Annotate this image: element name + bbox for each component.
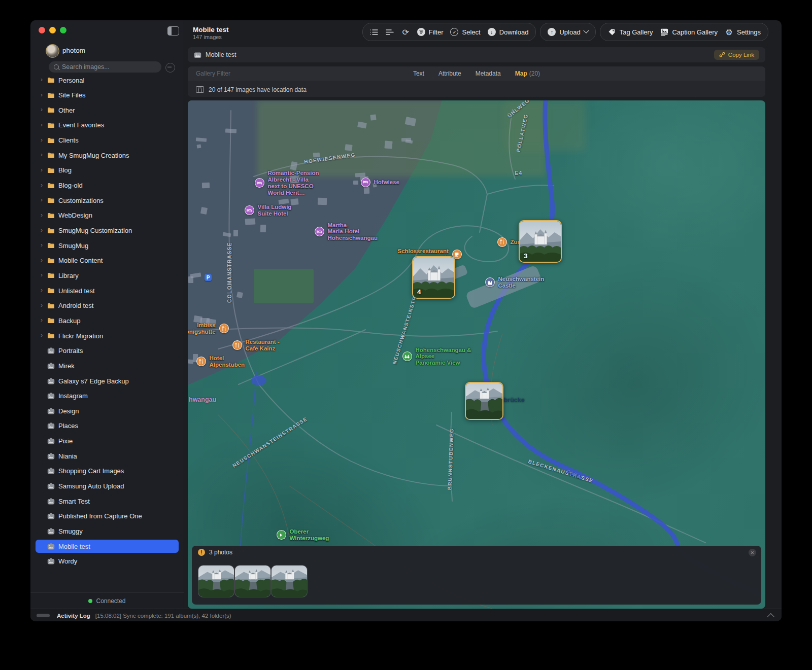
map-view[interactable]: HOFWIESENWEGCOLOMANSTRASSENEUSCHWANSTEIN… <box>188 100 765 609</box>
settings-button[interactable]: ⚙ Settings <box>725 28 761 37</box>
photo-marker[interactable] <box>465 382 503 420</box>
chevron-right-icon[interactable]: › <box>40 136 44 144</box>
drag-handle[interactable] <box>37 614 50 617</box>
chevron-right-icon[interactable]: › <box>40 287 44 294</box>
poi-restaurant-cafe-kainz[interactable]: Restaurant -Cafe Kainz <box>232 339 280 352</box>
chevron-right-icon[interactable]: › <box>40 91 44 98</box>
sidebar-item-site-files[interactable]: ›Site Files <box>36 89 179 102</box>
breadcrumb-gallery-name[interactable]: Mobile test <box>206 51 236 58</box>
parking-icon[interactable]: P <box>205 274 212 281</box>
panel-photo-1[interactable] <box>198 565 234 597</box>
poi-panoramic-view[interactable]: Hohenschwangau &AlpseePanoramic View <box>402 347 471 367</box>
chevron-right-icon[interactable]: › <box>40 257 44 264</box>
search-input[interactable]: Search images... <box>49 61 161 73</box>
chevron-right-icon[interactable]: › <box>40 227 44 234</box>
chevron-right-icon[interactable]: › <box>40 166 44 173</box>
chevron-right-icon[interactable]: › <box>40 182 44 189</box>
sidebar-item-unlisted-test[interactable]: ›Unlisted test <box>36 284 179 297</box>
search-filter-icon[interactable] <box>165 63 175 73</box>
poi-martha-maria-hotel[interactable]: Martha-Maria-HotelHohenschwangau <box>315 222 378 242</box>
download-button[interactable]: ↓ Download <box>488 28 529 36</box>
chevron-right-icon[interactable]: › <box>40 76 44 83</box>
filter-button[interactable]: Filter <box>417 28 444 36</box>
chevron-right-icon[interactable]: › <box>40 241 44 249</box>
sidebar-item-smuggy[interactable]: Smuggy <box>36 525 179 538</box>
panel-photo-2[interactable] <box>234 565 271 597</box>
sidebar-item-smart-test[interactable]: Smart Test <box>36 495 179 508</box>
chevron-right-icon[interactable]: › <box>40 196 44 203</box>
sidebar-item-blog[interactable]: ›Blog <box>36 164 179 177</box>
chevron-right-icon[interactable]: › <box>40 316 44 324</box>
list-view-icon[interactable] <box>386 28 394 37</box>
sidebar-item-instagram[interactable]: Instagram <box>36 390 179 403</box>
folder-icon <box>47 167 55 173</box>
activity-log-label[interactable]: Activity Log <box>57 613 90 619</box>
select-button[interactable]: ✓ Select <box>450 28 480 36</box>
chevron-right-icon[interactable]: › <box>40 121 44 128</box>
chevron-right-icon[interactable]: › <box>40 151 44 158</box>
zoom-window-button[interactable] <box>60 27 66 33</box>
sidebar-item-galaxy-s7-edge-backup[interactable]: Galaxy s7 Edge Backup <box>36 374 179 387</box>
tag-gallery-button[interactable]: Tag Gallery <box>607 28 653 37</box>
sidebar-item-published-from-capture-one[interactable]: Published from Capture One <box>36 510 179 523</box>
upload-button[interactable]: ↑ Upload <box>548 28 588 36</box>
sidebar-item-mobile-test[interactable]: Mobile test <box>36 540 179 553</box>
sidebar-item-clients[interactable]: ›Clients <box>36 134 179 147</box>
chevron-right-icon[interactable]: › <box>40 106 44 113</box>
poi-oberer-winterzugweg[interactable]: ObererWinterzugweg <box>277 528 329 542</box>
sidebar-item-samsung-auto-upload[interactable]: Samsung Auto Upload <box>36 480 179 493</box>
poi-hofwiese[interactable]: Hofwiese <box>361 178 400 187</box>
sidebar-item-personal[interactable]: ›Personal <box>36 74 179 87</box>
chevron-right-icon[interactable]: › <box>40 211 44 219</box>
tab-metadata[interactable]: Metadata <box>476 70 501 77</box>
copy-link-button[interactable]: Copy Link <box>714 50 759 60</box>
chevron-up-icon[interactable] <box>767 613 774 620</box>
chevron-right-icon[interactable]: › <box>40 332 44 339</box>
sidebar-item-backup[interactable]: ›Backup <box>36 314 179 327</box>
compact-list-view-icon[interactable] <box>370 28 379 37</box>
minimize-window-button[interactable] <box>49 27 56 33</box>
sidebar-item-other[interactable]: ›Other <box>36 103 179 117</box>
chevron-right-icon[interactable]: › <box>40 271 44 278</box>
sidebar-item-customizations[interactable]: ›Customizations <box>36 194 179 207</box>
close-icon[interactable]: ✕ <box>749 549 756 556</box>
chevron-right-icon[interactable]: › <box>40 302 44 309</box>
sidebar-item-library[interactable]: ›Library <box>36 269 179 282</box>
tab-map[interactable]: Map(20) <box>515 70 540 77</box>
location-info-row: 20 of 147 images have location data <box>188 82 765 97</box>
panel-photo-3[interactable] <box>271 565 308 597</box>
sidebar-item-smugmug[interactable]: ›SmugMug <box>36 239 179 252</box>
sidebar-item-flickr-migration[interactable]: ›Flickr Migration <box>36 329 179 342</box>
poi-romantic-pension-albrecht[interactable]: Romantic-PensionAlbrecht - Villanext to … <box>255 170 319 196</box>
sidebar-item-places[interactable]: Places <box>36 419 179 433</box>
sidebar-item-portraits[interactable]: Portraits <box>36 344 179 358</box>
upload-group: ↑ Upload <box>540 23 595 41</box>
sidebar-item-design[interactable]: Design <box>36 404 179 417</box>
sidebar-item-my-smugmug-creations[interactable]: ›My SmugMug Creations <box>36 149 179 162</box>
sidebar-item-mirek[interactable]: Mirek <box>36 359 179 372</box>
sidebar-item-pixie[interactable]: Pixie <box>36 435 179 448</box>
sidebar-item-webdesign[interactable]: ›WebDesign <box>36 209 179 222</box>
sidebar-item-niania[interactable]: Niania <box>36 449 179 463</box>
refresh-icon[interactable]: ⟳ <box>401 28 410 37</box>
sidebar-item-smugmug-customization[interactable]: ›SmugMug Customization <box>36 224 179 237</box>
photo-cluster-marker-4[interactable]: 4 <box>412 256 455 299</box>
sidebar-item-event-favorites[interactable]: ›Event Favorites <box>36 119 179 132</box>
sidebar-item-blog-old[interactable]: ›Blog-old <box>36 179 179 192</box>
avatar[interactable] <box>46 44 59 58</box>
poi-neuschwanstein-castle[interactable]: NeuschwansteinCastle <box>485 276 545 289</box>
close-window-button[interactable] <box>39 27 45 33</box>
sidebar-item-shopping-cart-images[interactable]: Shopping Cart Images <box>36 465 179 478</box>
sidebar-item-wordy[interactable]: Wordy <box>36 555 179 568</box>
sidebar-item-android-test[interactable]: ›Android test <box>36 299 179 312</box>
poi-zur[interactable]: Zur- <box>497 237 522 247</box>
sidebar-item-mobile-content[interactable]: ›Mobile Content <box>36 254 179 267</box>
tab-attribute[interactable]: Attribute <box>438 70 461 77</box>
sidebar-toggle-icon[interactable] <box>167 26 179 36</box>
poi-villa-ludwig-suite-hotel[interactable]: Villa LudwigSuite Hotel <box>245 204 292 217</box>
poi-imbiss-koenigshuette[interactable]: ImbissKönigshütte <box>188 322 229 335</box>
poi-hotel-alpenstuben[interactable]: HotelAlpenstuben <box>196 355 245 368</box>
caption-gallery-button[interactable]: Caption Gallery <box>660 28 718 37</box>
photo-cluster-marker-3[interactable]: 3 <box>519 220 562 263</box>
tab-text[interactable]: Text <box>413 70 424 77</box>
